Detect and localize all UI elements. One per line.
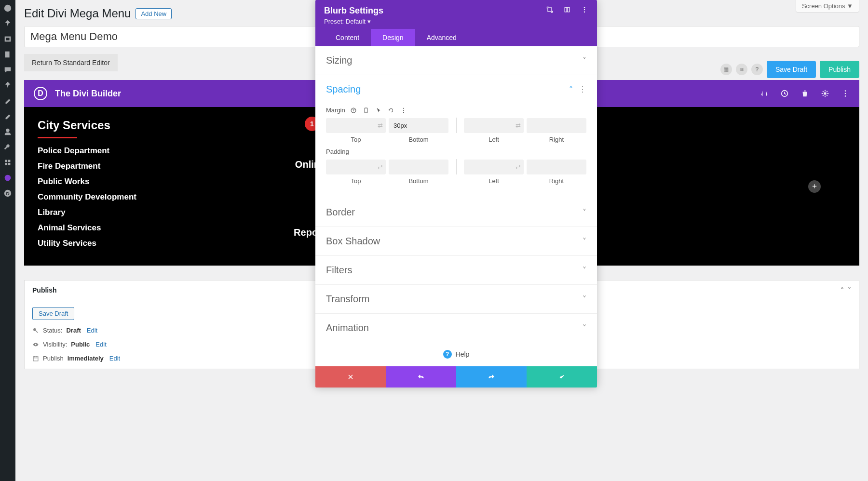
pin2-icon[interactable] — [3, 81, 12, 90]
return-to-standard-editor[interactable]: Return To Standard Editor — [24, 54, 118, 71]
svg-point-31 — [403, 107, 404, 108]
padding-right-input[interactable] — [527, 160, 586, 174]
page-title: Edit Divi Mega Menu — [24, 7, 131, 20]
divi2-icon[interactable]: D — [3, 189, 12, 198]
list-item[interactable]: Public Works — [38, 177, 146, 187]
divi-icon[interactable] — [3, 174, 12, 182]
svg-rect-21 — [33, 356, 38, 361]
help-icon[interactable]: ? — [751, 64, 763, 75]
svg-rect-6 — [8, 160, 11, 162]
tools-icon[interactable] — [3, 143, 12, 151]
save-button[interactable] — [527, 366, 597, 387]
sort-icon[interactable] — [760, 89, 769, 98]
padding-label: Padding — [326, 148, 349, 155]
key-icon — [32, 327, 39, 334]
list-item[interactable]: Community Development — [38, 192, 146, 202]
link-icon[interactable]: ⇄ — [378, 163, 383, 171]
chevron-up-icon: ˄ — [569, 85, 573, 94]
publish-button[interactable]: Publish — [820, 61, 859, 78]
reset-icon[interactable] — [388, 107, 394, 114]
margin-right-input[interactable] — [527, 118, 586, 133]
preset-dropdown[interactable]: Preset: Default ▾ — [324, 18, 383, 25]
builder-title: The Divi Builder — [55, 89, 121, 99]
dashboard-icon[interactable] — [3, 4, 12, 13]
help-link[interactable]: ? Help — [315, 342, 597, 366]
pb-save-draft-button[interactable]: Save Draft — [32, 307, 74, 320]
calendar-icon — [32, 355, 39, 362]
padding-left-input[interactable] — [464, 160, 524, 174]
section-sizing[interactable]: Sizing ˅ — [315, 46, 597, 75]
svg-point-13 — [824, 92, 826, 94]
expand-icon[interactable] — [546, 6, 554, 13]
layers-icon[interactable]: ≋ — [736, 64, 747, 75]
margin-top-input[interactable] — [326, 118, 386, 133]
undo-button[interactable] — [386, 366, 456, 387]
link-icon[interactable]: ⇄ — [378, 122, 383, 129]
list-item[interactable]: Police Department — [38, 146, 146, 156]
chevron-down-icon: ˅ — [583, 323, 586, 333]
more-icon[interactable] — [400, 107, 407, 114]
cancel-button[interactable] — [315, 366, 386, 387]
list-item[interactable]: Animal Services — [38, 223, 146, 233]
edit-schedule-link[interactable]: Edit — [109, 355, 120, 362]
phone-icon[interactable] — [363, 107, 369, 114]
redo-button[interactable] — [456, 366, 527, 387]
chevron-up-icon[interactable]: ˄ — [841, 286, 844, 294]
svg-rect-7 — [5, 163, 8, 165]
svg-point-15 — [845, 93, 846, 94]
appearance-icon[interactable] — [3, 96, 12, 105]
margin-label: Margin — [326, 107, 345, 114]
svg-rect-5 — [5, 160, 8, 162]
link-icon[interactable]: ⇄ — [515, 163, 521, 171]
tab-design[interactable]: Design — [371, 29, 415, 46]
add-new-button[interactable]: Add New — [136, 8, 172, 19]
add-module-button[interactable]: ＋ — [808, 180, 821, 193]
section-border[interactable]: Border ˅ — [315, 198, 597, 227]
padding-top-input[interactable] — [326, 160, 386, 174]
help-icon: ? — [443, 350, 452, 359]
tab-content[interactable]: Content — [324, 29, 371, 46]
snap-icon[interactable] — [563, 6, 571, 13]
trash-icon[interactable] — [800, 89, 809, 98]
plugins-icon[interactable] — [3, 112, 12, 120]
list-item[interactable]: Utility Services — [38, 239, 146, 248]
edit-visibility-link[interactable]: Edit — [95, 341, 106, 348]
link-icon[interactable]: ⇄ — [515, 122, 521, 129]
edit-status-link[interactable]: Edit — [87, 327, 97, 334]
save-draft-button[interactable]: Save Draft — [767, 61, 816, 78]
svg-rect-23 — [565, 7, 567, 12]
pin-icon[interactable] — [3, 19, 12, 28]
media-icon[interactable] — [3, 35, 12, 43]
users-icon[interactable] — [3, 127, 12, 136]
list-item[interactable]: Library — [38, 208, 146, 217]
comments-icon[interactable] — [3, 66, 12, 74]
hover-icon[interactable] — [375, 107, 382, 114]
preview-heading: City Services — [38, 119, 146, 132]
svg-point-20 — [35, 344, 37, 345]
more-icon[interactable] — [841, 89, 850, 98]
margin-left-input[interactable] — [464, 118, 524, 133]
wireframe-icon[interactable]: ▦ — [720, 64, 732, 75]
settings-icon[interactable] — [3, 158, 12, 167]
section-filters[interactable]: Filters ˅ — [315, 256, 597, 285]
section-animation[interactable]: Animation ˅ — [315, 314, 597, 342]
section-transform[interactable]: Transform ˅ — [315, 285, 597, 314]
admin-sidebar: D — [0, 0, 15, 481]
blurb-settings-modal: Blurb Settings Preset: Default ▾ Content… — [315, 0, 597, 387]
tab-advanced[interactable]: Advanced — [415, 29, 468, 46]
svg-rect-2 — [6, 38, 9, 40]
screen-options-toggle[interactable]: Screen Options ▼ — [796, 0, 859, 13]
section-spacing[interactable]: Spacing ˄ ⋮ — [315, 75, 597, 104]
clock-icon[interactable] — [780, 89, 789, 98]
more-icon[interactable]: ⋮ — [579, 85, 586, 94]
more-icon[interactable] — [581, 6, 588, 13]
gear-icon[interactable] — [821, 89, 829, 98]
padding-bottom-input[interactable] — [389, 160, 448, 174]
chevron-down-icon[interactable]: ˅ — [848, 286, 851, 294]
list-item[interactable]: Fire Department — [38, 161, 146, 171]
pages-icon[interactable] — [3, 50, 12, 59]
margin-bottom-input[interactable] — [389, 118, 448, 133]
svg-point-14 — [845, 90, 846, 92]
help-icon[interactable] — [350, 107, 357, 114]
section-box-shadow[interactable]: Box Shadow ˅ — [315, 227, 597, 256]
